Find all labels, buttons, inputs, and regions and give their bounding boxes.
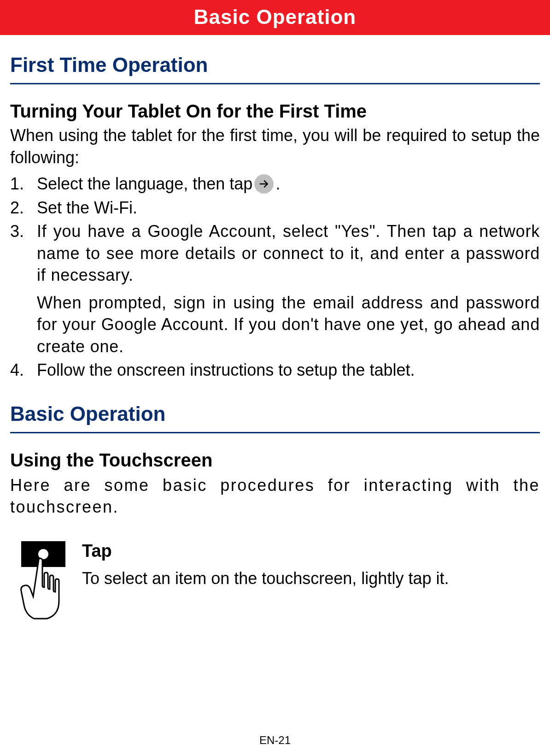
tap-body: To select an item on the touchscreen, li… bbox=[82, 567, 540, 590]
section-title-first-time: First Time Operation bbox=[10, 53, 540, 77]
page-number: EN-21 bbox=[0, 734, 550, 747]
divider bbox=[10, 83, 540, 84]
list-item: 3. If you have a Google Account, select … bbox=[10, 220, 540, 357]
divider bbox=[10, 432, 540, 433]
step1-text-b: . bbox=[275, 173, 280, 195]
arrow-right-icon bbox=[254, 174, 274, 194]
list-text: Select the language, then tap . bbox=[37, 173, 540, 195]
list-text: Follow the onscreen instructions to setu… bbox=[37, 359, 540, 381]
page-content: First Time Operation Turning Your Tablet… bbox=[0, 53, 550, 626]
section-title-basic-operation: Basic Operation bbox=[10, 402, 540, 425]
list-item: 2. Set the Wi-Fi. bbox=[10, 197, 540, 219]
tap-gesture-row: Tap To select an item on the touchscreen… bbox=[10, 541, 540, 626]
list-item: 1. Select the language, then tap . bbox=[10, 173, 540, 195]
page-banner: Basic Operation bbox=[0, 0, 550, 35]
step3-para-b: When prompted, sign in using the email a… bbox=[37, 292, 540, 358]
intro-text: When using the tablet for the first time… bbox=[10, 124, 540, 168]
subheading-turning-on: Turning Your Tablet On for the First Tim… bbox=[10, 101, 540, 122]
list-number: 3. bbox=[10, 220, 37, 357]
list-number: 4. bbox=[10, 359, 37, 381]
list-item: 4. Follow the onscreen instructions to s… bbox=[10, 359, 540, 381]
step1-text-a: Select the language, then tap bbox=[37, 173, 252, 195]
list-number: 1. bbox=[10, 173, 37, 195]
step3-para-a: If you have a Google Account, select "Ye… bbox=[37, 222, 540, 284]
list-text: If you have a Google Account, select "Ye… bbox=[37, 220, 540, 357]
tap-title: Tap bbox=[82, 541, 540, 561]
setup-steps-list: 1. Select the language, then tap . 2. Se… bbox=[10, 173, 540, 381]
subheading-touchscreen: Using the Touchscreen bbox=[10, 450, 540, 471]
tap-gesture-text: Tap To select an item on the touchscreen… bbox=[82, 541, 540, 590]
tap-gesture-icon bbox=[10, 541, 65, 626]
touchscreen-intro: Here are some basic procedures for inter… bbox=[10, 474, 540, 518]
list-text: Set the Wi-Fi. bbox=[37, 197, 540, 219]
list-number: 2. bbox=[10, 197, 37, 219]
